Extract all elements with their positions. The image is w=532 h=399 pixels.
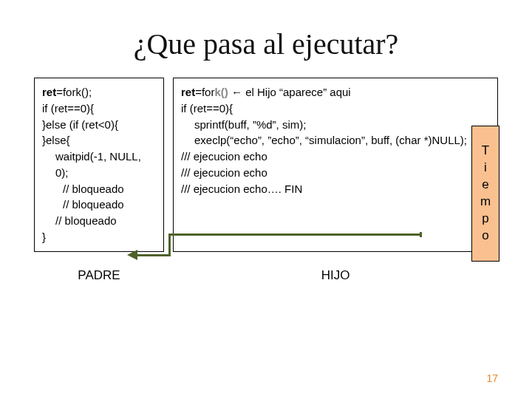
code-line: /// ejecucion echo xyxy=(181,165,490,181)
page-number: 17 xyxy=(486,372,498,384)
code-line: /// ejecucion echo xyxy=(181,149,490,165)
footer-labels: PADRE HIJO xyxy=(34,268,498,283)
code-text: =fork(); xyxy=(56,86,92,98)
code-line: ret=fork(); xyxy=(42,84,156,100)
code-line: execlp(“echo”, ”echo”, “simulacion”, buf… xyxy=(181,132,490,149)
kw-fade: k() xyxy=(214,86,228,98)
label-padre: PADRE xyxy=(34,268,164,283)
code-line: }else (if (ret<0){ xyxy=(42,117,156,133)
code-line: // bloqueado xyxy=(42,213,156,229)
kw-ret: ret xyxy=(181,86,195,98)
code-line: // bloqueado xyxy=(42,197,156,213)
slide: ¿Que pasa al ejecutar? ret=fork(); if (r… xyxy=(0,0,532,399)
code-line: waitpid(-1, NULL, 0); xyxy=(42,149,156,181)
code-line: // bloqueado xyxy=(42,181,156,197)
tiempo-letter: e xyxy=(482,177,488,194)
time-label-box: T i e m p o xyxy=(471,126,499,262)
tiempo-letter: o xyxy=(482,228,488,245)
label-hijo: HIJO xyxy=(173,268,498,283)
code-line: /// ejecucion echo…. FIN xyxy=(181,181,490,197)
code-box-padre: ret=fork(); if (ret==0){ }else (if (ret<… xyxy=(34,78,164,252)
tiempo-letter: m xyxy=(480,194,491,211)
code-text: =for xyxy=(195,86,214,98)
annotation-text: ← el Hijo “aparece” aqui xyxy=(228,86,351,98)
kw-ret: ret xyxy=(42,86,56,98)
tiempo-letter: T xyxy=(482,143,489,160)
tiempo-letter: i xyxy=(484,160,487,177)
columns: ret=fork(); if (ret==0){ }else (if (ret<… xyxy=(34,78,498,252)
slide-title: ¿Que pasa al ejecutar? xyxy=(34,27,498,61)
code-line: sprintf(buff, ”%d”, sim); xyxy=(181,117,490,133)
code-line: if (ret==0){ xyxy=(42,100,156,117)
code-box-hijo: ret=fork() ← el Hijo “aparece” aqui if (… xyxy=(173,78,498,252)
code-line: if (ret==0){ xyxy=(181,100,490,117)
code-line: ret=fork() ← el Hijo “aparece” aqui xyxy=(181,84,490,100)
code-line: }else{ xyxy=(42,132,156,149)
tiempo-letter: p xyxy=(482,211,488,228)
code-line: } xyxy=(42,229,156,245)
